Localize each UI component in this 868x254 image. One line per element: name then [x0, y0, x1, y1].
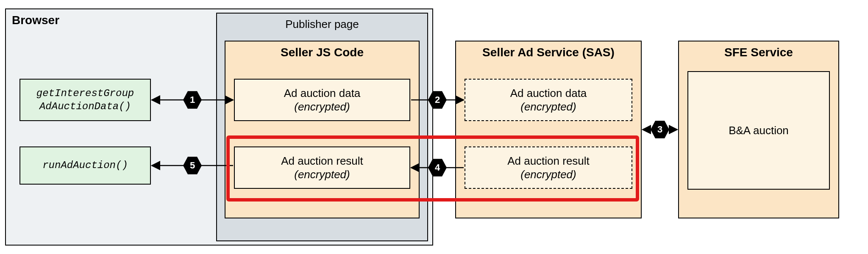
step-5-num: 5: [190, 160, 195, 171]
seller-js-ad-data-label: Ad auction data (encrypted): [284, 86, 361, 114]
seller-js-ad-result-l2: (encrypted): [294, 168, 350, 181]
seller-js-ad-data: Ad auction data (encrypted): [234, 79, 410, 121]
step-3-num: 3: [657, 124, 662, 135]
step-4-num: 4: [435, 162, 440, 173]
sas-title: Seller Ad Service (SAS): [456, 46, 641, 59]
api1-label: getInterestGroup AdAuctionData(): [36, 87, 134, 113]
sas-ad-data-label: Ad auction data (encrypted): [510, 86, 587, 114]
browser-title: Browser: [12, 14, 59, 27]
seller-js-ad-data-l2: (encrypted): [294, 100, 350, 113]
seller-js-title: Seller JS Code: [225, 46, 419, 59]
api-get-interest-group: getInterestGroup AdAuctionData(): [19, 79, 151, 121]
step-1-num: 1: [190, 94, 195, 105]
ba-auction-label: B&A auction: [729, 124, 789, 138]
sas-box: Seller Ad Service (SAS): [455, 41, 642, 218]
sas-ad-result-l1: Ad auction result: [507, 155, 590, 167]
seller-js-ad-data-l1: Ad auction data: [284, 87, 361, 99]
seller-js-ad-result: Ad auction result (encrypted): [234, 146, 410, 189]
publisher-title: Publisher page: [217, 18, 427, 31]
sfe-title: SFE Service: [679, 46, 838, 59]
api-run-ad-auction: runAdAuction(): [19, 146, 151, 185]
step-2-num: 2: [435, 94, 440, 105]
sas-ad-data-l2: (encrypted): [520, 100, 576, 113]
seller-js-ad-result-label: Ad auction result (encrypted): [281, 154, 363, 182]
sas-ad-data-l1: Ad auction data: [510, 87, 587, 99]
sas-ad-result-label: Ad auction result (encrypted): [507, 154, 590, 182]
sfe-ba-auction: B&A auction: [687, 71, 830, 190]
sas-ad-result-l2: (encrypted): [520, 168, 576, 181]
sas-ad-result: Ad auction result (encrypted): [465, 146, 632, 189]
sas-ad-data: Ad auction data (encrypted): [465, 79, 632, 121]
seller-js-box: Seller JS Code: [225, 41, 420, 218]
seller-js-ad-result-l1: Ad auction result: [281, 155, 363, 167]
api2-label: runAdAuction(): [42, 159, 128, 172]
api1-line2: AdAuctionData(): [39, 101, 131, 112]
step-3-badge: 3: [651, 120, 669, 139]
api1-line1: getInterestGroup: [36, 88, 134, 99]
